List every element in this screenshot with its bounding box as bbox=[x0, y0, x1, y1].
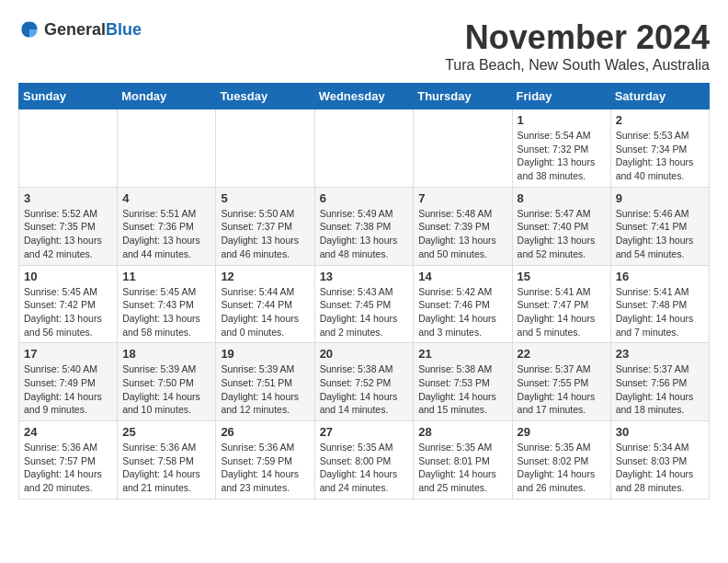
table-row: 30 Sunrise: 5:34 AMSunset: 8:03 PMDaylig… bbox=[610, 421, 709, 500]
header-friday: Friday bbox=[512, 84, 610, 109]
day-number: 9 bbox=[616, 191, 704, 205]
cell-text: Sunrise: 5:44 AMSunset: 7:44 PMDaylight:… bbox=[221, 286, 299, 338]
day-number: 16 bbox=[616, 270, 704, 283]
cell-text: Sunrise: 5:52 AMSunset: 7:35 PMDaylight:… bbox=[24, 208, 102, 259]
logo-text-general: General bbox=[44, 20, 106, 39]
title-area: November 2024 Tura Beach, New South Wale… bbox=[445, 18, 710, 74]
day-number: 29 bbox=[518, 425, 606, 439]
calendar-week-row: 10 Sunrise: 5:45 AMSunset: 7:42 PMDaylig… bbox=[19, 265, 710, 343]
cell-text: Sunrise: 5:37 AMSunset: 7:55 PMDaylight:… bbox=[518, 363, 596, 415]
day-number: 21 bbox=[418, 347, 506, 361]
location-title: Tura Beach, New South Wales, Australia bbox=[445, 57, 710, 74]
cell-text: Sunrise: 5:35 AMSunset: 8:02 PMDaylight:… bbox=[518, 442, 596, 493]
table-row: 24 Sunrise: 5:36 AMSunset: 7:57 PMDaylig… bbox=[19, 421, 118, 500]
cell-text: Sunrise: 5:39 AMSunset: 7:51 PMDaylight:… bbox=[221, 363, 299, 415]
day-number: 25 bbox=[122, 425, 210, 439]
day-number: 12 bbox=[221, 270, 309, 283]
table-row: 11 Sunrise: 5:45 AMSunset: 7:43 PMDaylig… bbox=[118, 265, 216, 343]
day-number: 15 bbox=[518, 270, 606, 283]
table-row: 25 Sunrise: 5:36 AMSunset: 7:58 PMDaylig… bbox=[118, 421, 216, 500]
table-row: 12 Sunrise: 5:44 AMSunset: 7:44 PMDaylig… bbox=[216, 265, 314, 343]
table-row bbox=[414, 109, 512, 188]
day-number: 7 bbox=[418, 191, 506, 205]
cell-text: Sunrise: 5:37 AMSunset: 7:56 PMDaylight:… bbox=[616, 363, 694, 415]
table-row: 26 Sunrise: 5:36 AMSunset: 7:59 PMDaylig… bbox=[216, 421, 314, 500]
day-number: 3 bbox=[24, 191, 112, 205]
logo-icon bbox=[18, 18, 40, 40]
cell-text: Sunrise: 5:51 AMSunset: 7:36 PMDaylight:… bbox=[122, 208, 200, 259]
calendar-table: Sunday Monday Tuesday Wednesday Thursday… bbox=[18, 83, 710, 500]
logo-text-blue: Blue bbox=[106, 20, 142, 39]
table-row: 9 Sunrise: 5:46 AMSunset: 7:41 PMDayligh… bbox=[610, 187, 709, 265]
table-row bbox=[19, 109, 118, 188]
table-row: 15 Sunrise: 5:41 AMSunset: 7:47 PMDaylig… bbox=[512, 265, 610, 343]
day-number: 4 bbox=[122, 191, 210, 205]
cell-text: Sunrise: 5:35 AMSunset: 8:00 PMDaylight:… bbox=[320, 442, 398, 493]
day-number: 10 bbox=[24, 270, 112, 283]
day-number: 24 bbox=[24, 425, 112, 439]
cell-text: Sunrise: 5:41 AMSunset: 7:47 PMDaylight:… bbox=[518, 286, 596, 338]
month-title: November 2024 bbox=[445, 18, 710, 57]
cell-text: Sunrise: 5:36 AMSunset: 7:58 PMDaylight:… bbox=[122, 442, 200, 493]
cell-text: Sunrise: 5:35 AMSunset: 8:01 PMDaylight:… bbox=[418, 442, 496, 493]
cell-text: Sunrise: 5:36 AMSunset: 7:59 PMDaylight:… bbox=[221, 442, 299, 493]
table-row: 18 Sunrise: 5:39 AMSunset: 7:50 PMDaylig… bbox=[118, 343, 216, 421]
day-number: 18 bbox=[122, 347, 210, 361]
calendar-week-row: 17 Sunrise: 5:40 AMSunset: 7:49 PMDaylig… bbox=[19, 343, 710, 421]
table-row: 27 Sunrise: 5:35 AMSunset: 8:00 PMDaylig… bbox=[314, 421, 414, 500]
header-saturday: Saturday bbox=[610, 84, 709, 109]
table-row: 16 Sunrise: 5:41 AMSunset: 7:48 PMDaylig… bbox=[610, 265, 709, 343]
table-row: 22 Sunrise: 5:37 AMSunset: 7:55 PMDaylig… bbox=[512, 343, 610, 421]
day-number: 17 bbox=[24, 347, 112, 361]
header-sunday: Sunday bbox=[19, 84, 118, 109]
day-number: 30 bbox=[616, 425, 704, 439]
cell-text: Sunrise: 5:54 AMSunset: 7:32 PMDaylight:… bbox=[518, 130, 596, 181]
header-tuesday: Tuesday bbox=[216, 84, 314, 109]
table-row: 21 Sunrise: 5:38 AMSunset: 7:53 PMDaylig… bbox=[414, 343, 512, 421]
table-row: 4 Sunrise: 5:51 AMSunset: 7:36 PMDayligh… bbox=[118, 187, 216, 265]
table-row: 19 Sunrise: 5:39 AMSunset: 7:51 PMDaylig… bbox=[216, 343, 314, 421]
calendar-week-row: 1 Sunrise: 5:54 AMSunset: 7:32 PMDayligh… bbox=[19, 109, 710, 188]
day-number: 20 bbox=[320, 347, 409, 361]
day-number: 22 bbox=[518, 347, 606, 361]
header-thursday: Thursday bbox=[414, 84, 512, 109]
table-row: 1 Sunrise: 5:54 AMSunset: 7:32 PMDayligh… bbox=[512, 109, 610, 188]
day-number: 5 bbox=[221, 191, 309, 205]
table-row bbox=[216, 109, 314, 188]
table-row: 2 Sunrise: 5:53 AMSunset: 7:34 PMDayligh… bbox=[610, 109, 709, 188]
day-number: 27 bbox=[320, 425, 409, 439]
table-row: 17 Sunrise: 5:40 AMSunset: 7:49 PMDaylig… bbox=[19, 343, 118, 421]
table-row: 10 Sunrise: 5:45 AMSunset: 7:42 PMDaylig… bbox=[19, 265, 118, 343]
cell-text: Sunrise: 5:46 AMSunset: 7:41 PMDaylight:… bbox=[616, 208, 694, 259]
cell-text: Sunrise: 5:45 AMSunset: 7:42 PMDaylight:… bbox=[24, 286, 102, 338]
calendar-week-row: 3 Sunrise: 5:52 AMSunset: 7:35 PMDayligh… bbox=[19, 187, 710, 265]
cell-text: Sunrise: 5:53 AMSunset: 7:34 PMDaylight:… bbox=[616, 130, 694, 181]
cell-text: Sunrise: 5:38 AMSunset: 7:52 PMDaylight:… bbox=[320, 363, 398, 415]
day-number: 14 bbox=[418, 270, 506, 283]
cell-text: Sunrise: 5:42 AMSunset: 7:46 PMDaylight:… bbox=[418, 286, 496, 338]
day-number: 23 bbox=[616, 347, 704, 361]
day-number: 1 bbox=[518, 113, 606, 127]
day-number: 8 bbox=[518, 191, 606, 205]
table-row: 6 Sunrise: 5:49 AMSunset: 7:38 PMDayligh… bbox=[314, 187, 414, 265]
day-number: 13 bbox=[320, 270, 409, 283]
day-number: 6 bbox=[320, 191, 409, 205]
cell-text: Sunrise: 5:34 AMSunset: 8:03 PMDaylight:… bbox=[616, 442, 694, 493]
cell-text: Sunrise: 5:36 AMSunset: 7:57 PMDaylight:… bbox=[24, 442, 102, 493]
cell-text: Sunrise: 5:41 AMSunset: 7:48 PMDaylight:… bbox=[616, 286, 694, 338]
cell-text: Sunrise: 5:45 AMSunset: 7:43 PMDaylight:… bbox=[122, 286, 200, 338]
table-row: 14 Sunrise: 5:42 AMSunset: 7:46 PMDaylig… bbox=[414, 265, 512, 343]
table-row: 7 Sunrise: 5:48 AMSunset: 7:39 PMDayligh… bbox=[414, 187, 512, 265]
cell-text: Sunrise: 5:40 AMSunset: 7:49 PMDaylight:… bbox=[24, 363, 102, 415]
table-row: 23 Sunrise: 5:37 AMSunset: 7:56 PMDaylig… bbox=[610, 343, 709, 421]
cell-text: Sunrise: 5:43 AMSunset: 7:45 PMDaylight:… bbox=[320, 286, 398, 338]
cell-text: Sunrise: 5:47 AMSunset: 7:40 PMDaylight:… bbox=[518, 208, 596, 259]
table-row: 13 Sunrise: 5:43 AMSunset: 7:45 PMDaylig… bbox=[314, 265, 414, 343]
calendar-week-row: 24 Sunrise: 5:36 AMSunset: 7:57 PMDaylig… bbox=[19, 421, 710, 500]
day-number: 2 bbox=[616, 113, 704, 127]
header-monday: Monday bbox=[118, 84, 216, 109]
table-row: 28 Sunrise: 5:35 AMSunset: 8:01 PMDaylig… bbox=[414, 421, 512, 500]
day-number: 11 bbox=[122, 270, 210, 283]
day-number: 28 bbox=[418, 425, 506, 439]
table-row: 3 Sunrise: 5:52 AMSunset: 7:35 PMDayligh… bbox=[19, 187, 118, 265]
